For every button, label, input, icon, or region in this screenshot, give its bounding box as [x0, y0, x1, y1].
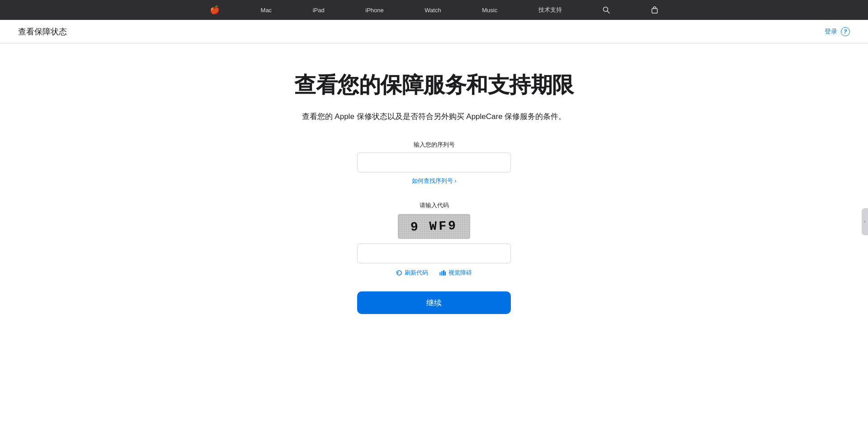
nav-item-ipad[interactable]: iPad [307, 0, 331, 20]
svg-rect-4 [441, 271, 443, 276]
login-link[interactable]: 登录 [825, 28, 837, 36]
accessibility-button[interactable]: 视觉障碍 [439, 269, 472, 277]
scroll-hint[interactable]: ‹ [862, 208, 868, 235]
svg-rect-3 [439, 272, 441, 276]
svg-rect-6 [445, 272, 446, 276]
captcha-text: 9 WF9 [410, 219, 458, 234]
nav-item-music[interactable]: Music [476, 0, 504, 20]
svg-rect-5 [443, 270, 444, 276]
scroll-hint-arrow-icon: ‹ [864, 219, 865, 224]
find-serial-link[interactable]: 如何查找序列号 › [412, 177, 457, 185]
search-icon[interactable] [596, 0, 616, 20]
refresh-captcha-label: 刷新代码 [405, 269, 428, 277]
captcha-actions: 刷新代码 视觉障碍 [396, 269, 472, 277]
sub-header-title: 查看保障状态 [18, 26, 67, 37]
serial-label: 输入您的序列号 [414, 141, 455, 149]
continue-button[interactable]: 继续 [357, 291, 511, 314]
sub-header: 查看保障状态 登录 ? [0, 20, 868, 43]
refresh-captcha-button[interactable]: 刷新代码 [396, 269, 428, 277]
page-subtitle: 查看您的 Apple 保修状态以及是否符合另外购买 AppleCare 保修服务… [302, 110, 566, 123]
svg-rect-2 [652, 9, 657, 13]
page-title: 查看您的保障服务和支持期限 [294, 71, 574, 100]
captcha-input[interactable] [357, 243, 511, 263]
nav-item-mac[interactable]: Mac [255, 0, 278, 20]
form-section: 输入您的序列号 如何查找序列号 › 请输入代码 9 WF9 刷新代码 [357, 141, 511, 314]
sub-header-right: 登录 ? [825, 27, 850, 36]
svg-line-1 [608, 11, 610, 14]
accessibility-label: 视觉障碍 [448, 269, 472, 277]
nav-item-iphone[interactable]: iPhone [359, 0, 390, 20]
captcha-image: 9 WF9 [398, 214, 470, 239]
nav-item-support[interactable]: 技术支持 [532, 0, 568, 20]
apple-logo-icon[interactable]: 🍎 [203, 0, 226, 20]
captcha-label: 请输入代码 [420, 201, 449, 210]
nav-item-watch[interactable]: Watch [418, 0, 447, 20]
help-icon[interactable]: ? [841, 27, 850, 36]
serial-input[interactable] [357, 152, 511, 172]
bag-icon[interactable] [645, 0, 665, 20]
main-content: 查看您的保障服务和支持期限 查看您的 Apple 保修状态以及是否符合另外购买 … [0, 43, 868, 350]
navigation: 🍎 Mac iPad iPhone Watch Music 技术支持 [0, 0, 868, 20]
